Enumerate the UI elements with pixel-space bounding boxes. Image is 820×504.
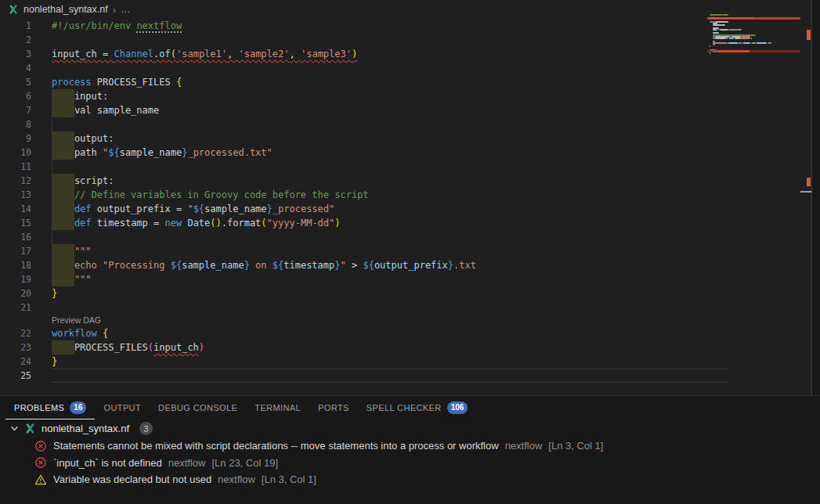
error-circle-icon bbox=[34, 456, 47, 469]
problem-row[interactable]: Statements cannot be mixed with script d… bbox=[0, 437, 820, 455]
panel-tab-bar: PROBLEMS16OUTPUTDEBUG CONSOLETERMINALPOR… bbox=[0, 396, 820, 419]
code-line-2[interactable]: 2 bbox=[0, 33, 707, 47]
code-line-8[interactable]: 8 bbox=[0, 117, 707, 131]
code-line-18[interactable]: 18echo "Processing ${sample_name} on ${t… bbox=[0, 258, 707, 272]
problem-row[interactable]: Variable was declared but not usednextfl… bbox=[0, 471, 820, 488]
editor[interactable]: 1#!/usr/bin/env nextflow23input_ch = Cha… bbox=[0, 19, 707, 383]
code-token: PROCESS_FILES bbox=[74, 340, 148, 355]
code-line-23[interactable]: 23PROCESS_FILES(input_ch) bbox=[0, 340, 707, 355]
code-content: def output_prefix = "${sample_name}_proc… bbox=[52, 202, 334, 216]
chevron-down-icon[interactable] bbox=[10, 424, 19, 433]
code-line-12[interactable]: 12script: bbox=[0, 174, 707, 188]
code-token: ( bbox=[261, 216, 266, 230]
line-number: 7 bbox=[0, 103, 31, 117]
indent-highlight bbox=[52, 202, 74, 216]
code-token: { bbox=[103, 326, 108, 340]
code-line-16[interactable]: 16 bbox=[0, 230, 707, 244]
tab-ports[interactable]: PORTS bbox=[309, 396, 358, 419]
ruler-mark bbox=[807, 178, 811, 186]
overview-ruler[interactable] bbox=[800, 0, 811, 395]
code-token: PROCESS_FILES bbox=[92, 75, 176, 89]
tab-terminal[interactable]: TERMINAL bbox=[246, 396, 309, 419]
code-line-13[interactable]: 13// Define variables in Groovy code bef… bbox=[0, 188, 707, 202]
tab-output[interactable]: OUTPUT bbox=[95, 396, 150, 419]
code-line-10[interactable]: 10path "${sample_name}_processed.txt" bbox=[0, 146, 707, 160]
indent-highlight bbox=[52, 103, 74, 117]
tab-spell-checker[interactable]: SPELL CHECKER106 bbox=[358, 396, 477, 419]
minimap-line bbox=[735, 38, 740, 39]
tab-debug-console[interactable]: DEBUG CONSOLE bbox=[150, 396, 246, 419]
code-token: #!/usr/bin/env bbox=[52, 19, 136, 33]
minimap-line bbox=[713, 24, 725, 26]
code-line-17[interactable]: 17""" bbox=[0, 244, 707, 258]
tab-problems[interactable]: PROBLEMS16 bbox=[5, 396, 95, 419]
codelens-preview-dag[interactable]: Preview DAG bbox=[0, 315, 707, 326]
line-number: 13 bbox=[0, 188, 31, 202]
code-line-15[interactable]: 15def timestamp = new Date().format("yyy… bbox=[0, 216, 707, 230]
indent-highlight bbox=[52, 89, 74, 103]
code-content: """ bbox=[52, 244, 92, 258]
code-line-7[interactable]: 7val sample_name bbox=[0, 103, 707, 117]
code-content: input: bbox=[52, 89, 108, 103]
line-number: 22 bbox=[0, 326, 31, 340]
minimap-line bbox=[728, 42, 738, 44]
code-line-6[interactable]: 6input: bbox=[0, 89, 707, 103]
code-line-14[interactable]: 14def output_prefix = "${sample_name}_pr… bbox=[0, 202, 707, 216]
code-token: path bbox=[74, 146, 103, 160]
code-token: { bbox=[176, 75, 182, 89]
minimap-line bbox=[743, 42, 750, 44]
problem-source: nextflow bbox=[168, 457, 206, 469]
minimap[interactable] bbox=[707, 0, 800, 203]
code-line-5[interactable]: 5process PROCESS_FILES { bbox=[0, 75, 707, 89]
tab-label: PORTS bbox=[318, 403, 349, 412]
minimap-line bbox=[720, 29, 729, 31]
problem-message: Variable was declared but not used bbox=[53, 473, 211, 485]
code-token: timestamp bbox=[284, 258, 334, 272]
code-token: , bbox=[290, 49, 301, 59]
code-token: sample_name bbox=[204, 202, 266, 216]
code-token: new bbox=[164, 216, 182, 230]
line-number: 24 bbox=[0, 355, 31, 369]
indent-highlight bbox=[52, 174, 74, 188]
code-line-24[interactable]: 24} bbox=[0, 355, 707, 369]
problem-message: Statements cannot be mixed with script d… bbox=[53, 440, 499, 452]
code-content: echo "Processing ${sample_name} on ${tim… bbox=[52, 258, 476, 272]
breadcrumb-file[interactable]: nonlethal_syntax.nf bbox=[23, 4, 108, 15]
code-token: Channel bbox=[114, 49, 154, 59]
code-line-4[interactable]: 4 bbox=[0, 61, 707, 75]
code-token: _processed" bbox=[273, 202, 334, 216]
problems-list: Statements cannot be mixed with script d… bbox=[0, 437, 820, 488]
code-content: } bbox=[52, 355, 57, 369]
code-line-21[interactable]: 21 bbox=[0, 301, 707, 315]
problems-file-group[interactable]: nonlethal_syntax.nf 3 bbox=[0, 419, 820, 437]
code-line-11[interactable]: 11 bbox=[0, 160, 707, 174]
code-content: } bbox=[52, 286, 57, 301]
code-token: } bbox=[448, 258, 453, 272]
code-token: output: bbox=[74, 131, 114, 146]
code-line-19[interactable]: 19""" bbox=[0, 272, 707, 286]
code-token: ( bbox=[148, 340, 154, 355]
minimap-error-token bbox=[718, 50, 750, 52]
code-line-1[interactable]: 1#!/usr/bin/env nextflow bbox=[0, 19, 707, 33]
code-line-20[interactable]: 20} bbox=[0, 286, 707, 301]
line-number: 23 bbox=[0, 340, 31, 355]
code-token: " bbox=[103, 146, 108, 160]
code-line-3[interactable]: 3input_ch = Channel.of('sample1', 'sampl… bbox=[0, 47, 707, 61]
minimap-line bbox=[757, 42, 768, 44]
code-line-22[interactable]: 22workflow { bbox=[0, 326, 707, 340]
error-squiggle-span: input_ch = Channel.of('sample1', 'sample… bbox=[52, 47, 357, 61]
code-content: // Define variables in Groovy code befor… bbox=[52, 188, 369, 202]
code-token: of bbox=[159, 49, 170, 59]
problem-location: [Ln 3, Col 1] bbox=[262, 473, 316, 485]
problem-message: `input_ch` is not defined bbox=[53, 457, 162, 469]
breadcrumb-ellipsis[interactable]: … bbox=[121, 4, 131, 15]
code-content: PROCESS_FILES(input_ch) bbox=[52, 340, 204, 355]
code-token: echo "Processing bbox=[74, 258, 171, 272]
indent-highlight bbox=[52, 258, 74, 272]
problem-row[interactable]: `input_ch` is not definednextflow[Ln 23,… bbox=[0, 455, 820, 472]
code-line-9[interactable]: 9output: bbox=[0, 131, 707, 146]
code-line-25[interactable]: 25 bbox=[0, 369, 707, 383]
code-token: } bbox=[52, 355, 57, 369]
code-token: ( bbox=[171, 49, 176, 59]
tab-label: DEBUG CONSOLE bbox=[158, 403, 237, 412]
